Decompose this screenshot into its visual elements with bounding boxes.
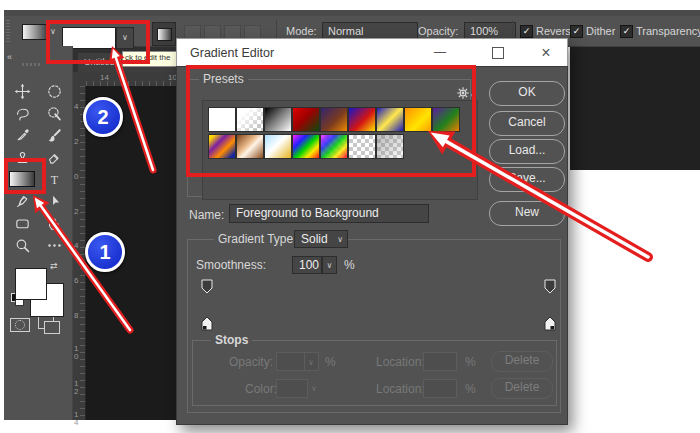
dialog-titlebar[interactable]: Gradient Editor — ×	[176, 38, 568, 66]
dialog-title: Gradient Editor	[190, 46, 274, 60]
new-button[interactable]: New	[489, 201, 565, 226]
v-ruler-label: 1 4	[74, 411, 78, 427]
stop-opacity-field	[276, 352, 306, 371]
linear-gradient-icon	[157, 28, 172, 41]
toolbar: « T ⇄	[4, 46, 73, 420]
v-ruler-label: 8	[74, 312, 78, 320]
v-ruler-label: 4	[74, 242, 78, 250]
path-selection-tool-icon	[46, 193, 63, 210]
quick-mask-icon[interactable]	[10, 318, 30, 332]
tool-preset-icon[interactable]	[22, 24, 48, 40]
zoom-tool[interactable]	[7, 235, 37, 255]
v-ruler-label: 4	[74, 103, 78, 111]
gradient-type-label: Gradient Type:	[214, 233, 301, 246]
v-ruler-label: 6	[74, 277, 78, 285]
maximize-icon	[492, 47, 504, 59]
save-button[interactable]: Save...	[489, 167, 565, 192]
highlight-presets	[186, 65, 476, 177]
move-tool-icon	[14, 83, 31, 100]
chevron-down-icon: ∨	[323, 262, 336, 270]
horizontal-ruler: 1410	[86, 72, 176, 87]
move-tool[interactable]	[7, 81, 37, 101]
screen-mode-icon-back	[44, 321, 60, 334]
gradient-type-select[interactable]: Solid ∨	[294, 230, 348, 248]
stop-location-label-1: Location:	[376, 356, 425, 369]
mode-label: Mode:	[286, 25, 317, 37]
dither-label: Dither	[586, 25, 615, 37]
ellipse-marquee-tool[interactable]	[39, 81, 69, 101]
toolbar-collapse-button[interactable]: «	[7, 52, 12, 62]
ok-button[interactable]: OK	[489, 81, 565, 106]
shape-tool[interactable]	[7, 213, 37, 233]
minimize-button[interactable]: —	[427, 45, 453, 62]
lasso-tool[interactable]	[7, 103, 37, 123]
options-bar-grip	[6, 20, 10, 42]
hand-tool[interactable]	[39, 213, 69, 233]
quick-selection-tool-icon	[46, 105, 63, 122]
pen-tool[interactable]	[7, 191, 37, 211]
opacity-stop-left[interactable]	[201, 279, 213, 294]
canvas-area: Untitled-1 @ 66,7% ( 1410 42024681 01 21…	[72, 45, 176, 420]
transparency-checkbox[interactable]: ✓	[620, 25, 633, 38]
eyedropper-tool[interactable]	[7, 125, 37, 145]
delete-opacity-stop-button: Delete	[491, 351, 553, 372]
type-tool-icon: T	[46, 171, 63, 188]
maximize-button[interactable]	[485, 45, 511, 62]
load-button[interactable]: Load...	[489, 139, 565, 164]
dither-checkbox[interactable]: ✓	[570, 25, 583, 38]
stop-color-swatch	[276, 379, 308, 398]
color-stop-right[interactable]	[544, 316, 556, 331]
stop-location-field-1	[423, 352, 457, 371]
eyedropper-tool-icon	[14, 127, 31, 144]
linear-gradient-button[interactable]	[152, 22, 176, 46]
transparency-label: Transparency	[636, 25, 700, 37]
eraser-tool-icon	[46, 149, 63, 166]
close-button[interactable]: ×	[533, 45, 559, 62]
step-badge-1: 1	[85, 232, 125, 272]
opacity-label: Opacity:	[418, 25, 458, 37]
more-tools[interactable]	[39, 235, 69, 255]
v-ruler-label: 1 0	[74, 345, 78, 361]
swap-colors-icon[interactable]: ⇄	[50, 261, 58, 271]
svg-text:T: T	[50, 172, 58, 186]
stop-location-unit-2: %	[465, 383, 476, 396]
screenshot-root: ∨ ∨ Mode: Normal Opacity: 100% ✓ Reverse…	[0, 0, 700, 433]
smoothness-field[interactable]: 100	[292, 256, 322, 274]
highlight-gradient-preview	[46, 20, 150, 64]
ruler-corner	[72, 72, 87, 87]
stops-group: Stops Opacity: ∨ % Location: % Delete Co…	[192, 340, 557, 406]
name-field[interactable]: Foreground to Background	[229, 204, 429, 223]
lasso-tool-icon	[14, 105, 31, 122]
shape-tool-icon	[14, 215, 31, 232]
chevron-down-icon: ∨	[337, 236, 343, 244]
hand-tool-icon	[46, 215, 63, 232]
quick-selection-tool[interactable]	[39, 103, 69, 123]
stop-location-unit-1: %	[465, 356, 476, 369]
v-ruler-label: 0	[74, 173, 78, 181]
stop-color-chevron: ∨	[311, 384, 317, 393]
vertical-ruler: 42024681 01 21 4	[72, 86, 86, 420]
h-ruler-label: 14	[100, 74, 109, 82]
name-label: Name:	[189, 209, 224, 222]
stop-location-label-2: Location:	[376, 383, 425, 396]
gradient-type-group: Gradient Type: Solid ∨ Smoothness: 100 ∨…	[187, 239, 561, 413]
smoothness-chevron[interactable]: ∨	[322, 256, 337, 274]
step-badge-2: 2	[83, 97, 123, 137]
smoothness-label: Smoothness:	[196, 259, 266, 272]
foreground-color-swatch[interactable]	[15, 268, 47, 300]
color-stop-left[interactable]	[201, 316, 213, 331]
opacity-stop-right[interactable]	[544, 279, 556, 294]
path-selection-tool[interactable]	[39, 191, 69, 211]
pen-tool-icon	[14, 193, 31, 210]
stop-opacity-chevron: ∨	[304, 352, 319, 371]
stop-color-label: Color:	[245, 383, 277, 396]
brush-tool[interactable]	[39, 125, 69, 145]
highlight-gradient-tool	[4, 158, 46, 194]
ellipse-marquee-tool-icon	[46, 83, 63, 100]
canvas-area-right	[570, 46, 700, 170]
brush-tool-icon	[46, 127, 63, 144]
v-ruler-label: 2	[74, 138, 78, 146]
cancel-button[interactable]: Cancel	[489, 111, 565, 136]
reverse-checkbox[interactable]: ✓	[520, 25, 533, 38]
delete-color-stop-button: Delete	[491, 378, 553, 399]
